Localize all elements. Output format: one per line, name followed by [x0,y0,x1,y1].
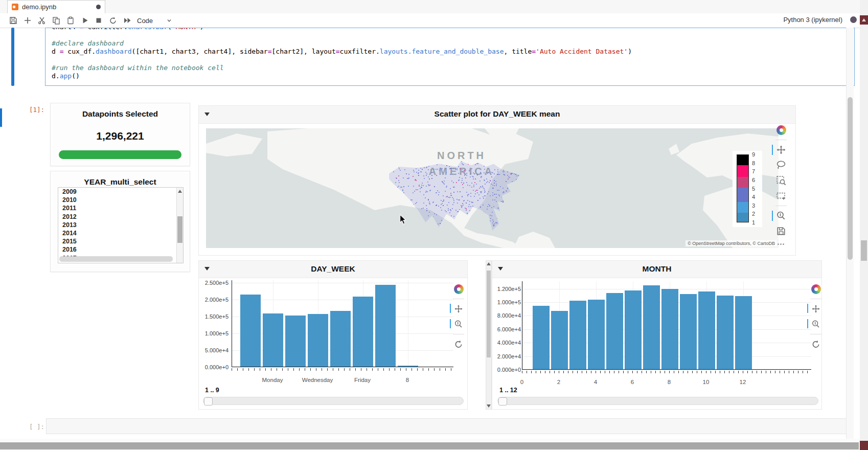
bar-month-1 [533,306,550,369]
slider-handle[interactable] [204,397,213,406]
year-option[interactable]: 2015 [58,237,183,245]
year-list-horizontal-scrollbar[interactable] [59,256,173,262]
pan-tool-icon[interactable] [453,303,464,314]
kernel-name[interactable]: Python 3 (ipykernel) [783,16,842,24]
day-week-x-ticks [232,368,453,371]
scroll-thumb[interactable] [861,240,867,261]
cell-type-dropdown[interactable]: Code [137,15,172,26]
horizontal-scrollbar[interactable] [0,439,860,450]
bokeh-logo-icon[interactable] [775,124,787,136]
scroll-thumb[interactable] [0,442,859,449]
bar-day_week-3 [285,316,306,367]
run-all-cells-button[interactable] [122,15,133,26]
map-bokeh-toolbar [774,124,788,243]
cut-icon [38,16,46,25]
box-zoom-tool-icon[interactable] [775,175,787,186]
bar-month-6 [625,290,642,369]
tab-demo-ipynb[interactable]: demo.ipynb [7,0,105,13]
scroll-up-icon[interactable] [487,262,491,265]
empty-code-cell[interactable] [46,418,853,434]
output-prompt: [1]: [29,106,44,114]
year-option[interactable]: 2013 [58,221,183,229]
chevron-down-icon [166,17,172,24]
save-plot-tool-icon[interactable] [775,226,787,237]
toolbar-more-icon[interactable] [778,243,785,245]
dashboard-vertical-scrollbar[interactable] [486,260,492,410]
year-option[interactable]: 2011 [58,204,183,212]
bar-day_week-4 [308,314,328,367]
bokeh-logo-icon[interactable] [810,283,821,295]
tab-bar: demo.ipynb [0,0,868,14]
output-collapser[interactable] [0,108,2,127]
bar-day_week-7 [375,285,396,367]
code-cell-editor[interactable]: chart4 = cuxfilter.charts.bar('MONTH') #… [45,28,855,86]
year-option[interactable]: 2010 [58,196,183,204]
month-chart-panel: MONTH 0.000e+02.000e+44.000e+46.000e+48.… [492,260,822,410]
year-list-scroll-thumb[interactable] [177,216,182,243]
scatter-panel-header: Scatter plot for DAY_WEEK mean [199,106,795,124]
bar-day_week-6 [353,297,373,367]
month-range-slider[interactable] [497,397,818,405]
month-bokeh-toolbar [809,283,823,354]
browser-vertical-scrollbar[interactable] [860,0,868,450]
wheel-zoom-tool-icon[interactable] [453,319,464,330]
pan-tool-icon[interactable] [810,303,821,314]
year-option[interactable]: 2009 [58,188,183,196]
restart-kernel-button[interactable] [107,15,119,26]
day-week-plot[interactable] [232,280,453,367]
month-range-label: 1 .. 12 [499,387,517,394]
datapoints-value: 1,296,221 [51,130,190,142]
pan-tool-icon[interactable] [775,144,787,155]
interrupt-kernel-button[interactable] [93,15,104,26]
bokeh-logo-icon[interactable] [453,283,464,295]
year-option[interactable]: 2016 [58,245,183,254]
map-attribution[interactable]: © OpenStreetMap contributors, © CartoDB [686,240,777,246]
slider-handle[interactable] [498,397,507,406]
month-header: MONTH [492,261,821,278]
bar-month-3 [569,301,586,369]
run-cell-button[interactable] [79,15,90,26]
year-option[interactable]: 2012 [58,213,183,221]
tab-title: demo.ipynb [22,3,93,11]
bar-month-10 [698,291,715,369]
month-x-axis: 024681012 [522,379,811,386]
notebook-icon [12,4,18,10]
notebook-vertical-scrollbar[interactable] [846,28,854,439]
scroll-up-icon [178,190,182,193]
copy-cell-button[interactable] [51,15,62,26]
lasso-select-tool-icon[interactable] [775,160,787,171]
year-multi-select-card: YEAR_multi_select 2009201020112012201320… [50,171,190,272]
geo-scatter-map[interactable]: NORTH AMERICA 987654321 © OpenStreetMap … [206,128,779,248]
colorbar [737,154,749,222]
jupyterlab-window: demo.ipynb Cod [0,0,868,450]
add-cell-button[interactable] [22,15,33,26]
month-plot[interactable] [522,281,811,370]
paste-cell-button[interactable] [65,15,76,26]
reset-tool-icon[interactable] [453,339,464,350]
scroll-thumb[interactable] [487,271,491,357]
year-option[interactable]: 2014 [58,229,183,237]
day-week-header: DAY_WEEK [199,261,467,278]
box-select-tool-icon[interactable] [775,190,787,201]
scroll-up-button[interactable] [860,15,868,25]
bar-month-4 [588,300,605,369]
datapoints-selected-card: Datapoints Selected 1,296,221 [50,103,190,166]
cut-cell-button[interactable] [36,15,48,26]
day-week-title: DAY_WEEK [199,264,467,274]
empty-cell-prompt: [ ]: [29,423,44,431]
scroll-thumb[interactable] [848,97,853,260]
colorbar-legend: 987654321 [733,151,762,227]
wheel-zoom-tool-icon[interactable] [810,319,821,330]
bar-month-12 [735,296,752,369]
day-week-range-slider[interactable] [203,397,464,405]
wheel-zoom-tool-icon[interactable] [775,210,787,221]
active-cell-collapser[interactable] [11,28,14,86]
year-options: 200920102011201220132014201520162017 [58,188,183,262]
reset-tool-icon[interactable] [810,339,821,350]
scroll-down-icon[interactable] [487,404,491,408]
month-y-axis: 0.000e+02.000e+44.000e+46.000e+48.000e+4… [494,281,521,370]
save-button[interactable] [8,15,19,26]
unsaved-changes-icon [96,5,101,9]
year-list-vertical-scrollbar[interactable] [176,188,183,263]
year-listbox[interactable]: 200920102011201220132014201520162017 [58,187,184,263]
